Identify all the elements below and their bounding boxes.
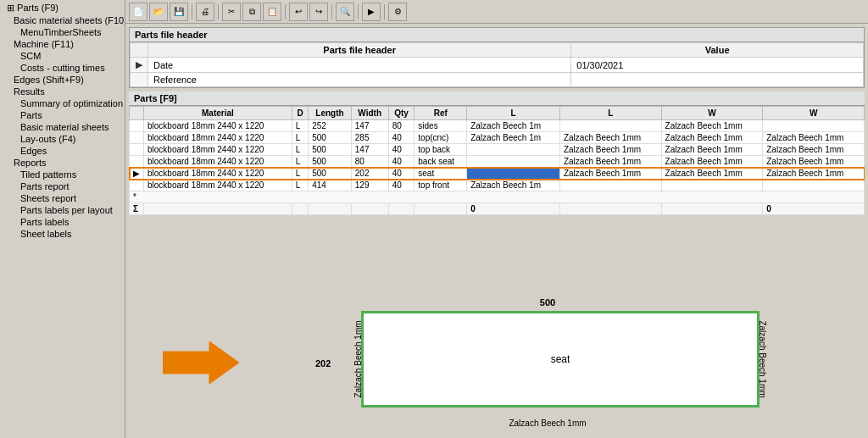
cell-width[interactable]: 202 [351, 168, 388, 180]
cell-l1[interactable] [467, 144, 560, 156]
table-row[interactable]: ▶ Date 01/30/2021 [131, 58, 864, 73]
save-button[interactable]: 💾 [170, 3, 188, 21]
cell-w1[interactable]: Zalzach Beech 1mm [661, 120, 763, 132]
cell-material[interactable]: blockboard 18mm 2440 x 1220 [144, 144, 292, 156]
sidebar-item-reports[interactable]: Reports [0, 157, 125, 169]
row-indicator[interactable] [130, 180, 144, 191]
cell-qty[interactable]: 40 [388, 132, 415, 144]
cell-d[interactable]: L [292, 120, 308, 132]
open-button[interactable]: 📂 [149, 3, 168, 21]
sidebar-item-edges[interactable]: Edges (Shift+F9) [0, 74, 125, 86]
cell-qty[interactable]: 40 [388, 180, 415, 191]
cell-l2[interactable] [559, 180, 661, 191]
copy-button[interactable]: ⧉ [242, 3, 261, 21]
cell-w1[interactable]: Zalzach Beech 1mm [661, 132, 763, 144]
sidebar-item-results[interactable]: Results [0, 86, 125, 97]
cell-w1[interactable]: Zalzach Beech 1mm [661, 156, 763, 168]
header-reference-value[interactable] [571, 73, 864, 87]
row-indicator[interactable]: ▶ [130, 168, 144, 180]
sidebar-item-edges-result[interactable]: Edges [0, 145, 125, 157]
sidebar-item-sheets-report[interactable]: Sheets report [0, 192, 125, 204]
row-indicator[interactable] [130, 132, 144, 144]
table-row[interactable]: blockboard 18mm 2440 x 1220L5008040back … [130, 156, 865, 168]
row-indicator[interactable] [130, 144, 144, 156]
sidebar-item-tiled[interactable]: Tiled patterns [0, 169, 125, 180]
sidebar-item-parts-labels[interactable]: Parts labels [0, 216, 125, 228]
cell-w2[interactable]: Zalzach Beech 1mm [763, 144, 865, 156]
cell-material[interactable]: blockboard 18mm 2440 x 1220 [144, 120, 292, 132]
cell-qty[interactable]: 80 [388, 120, 415, 132]
cell-d[interactable]: L [292, 132, 308, 144]
sidebar-item-scm[interactable]: SCM [0, 50, 125, 62]
sidebar-item-costs[interactable]: Costs - cutting times [0, 62, 125, 74]
cell-w1[interactable]: Zalzach Beech 1mm [661, 144, 763, 156]
table-row[interactable]: Reference [131, 73, 864, 87]
find-button[interactable]: 🔍 [336, 3, 354, 21]
sidebar-item-sheet-labels[interactable]: Sheet labels [0, 228, 125, 240]
redo-button[interactable]: ↪ [309, 3, 328, 21]
cell-ref[interactable]: top front [415, 180, 467, 191]
cell-l2[interactable]: Zalzach Beech 1mm [559, 132, 661, 144]
cell-l1[interactable]: Zalzach Beech 1m [467, 120, 560, 132]
cell-material[interactable]: blockboard 18mm 2440 x 1220 [144, 156, 292, 168]
cell-l1[interactable]: Zalzach Beech 1m [467, 180, 560, 191]
cell-material[interactable]: blockboard 18mm 2440 x 1220 [144, 180, 292, 191]
cell-length[interactable]: 500 [309, 144, 352, 156]
sidebar-item-parts-report[interactable]: Parts report [0, 180, 125, 192]
cell-width[interactable]: 147 [351, 144, 388, 156]
cell-l1[interactable] [467, 168, 560, 180]
cell-w2[interactable] [763, 120, 865, 132]
sidebar-item-layouts[interactable]: Lay-outs (F4) [0, 133, 125, 145]
cell-l2[interactable]: Zalzach Beech 1mm [559, 144, 661, 156]
table-row[interactable]: blockboard 18mm 2440 x 1220L50014740top … [130, 144, 865, 156]
cell-width[interactable]: 80 [351, 156, 388, 168]
run-button[interactable]: ▶ [362, 3, 381, 21]
new-row[interactable]: * [130, 191, 865, 203]
cell-w1[interactable] [661, 180, 763, 191]
cell-l2[interactable]: Zalzach Beech 1mm [559, 168, 661, 180]
cell-qty[interactable]: 40 [388, 156, 415, 168]
settings-button[interactable]: ⚙ [388, 3, 407, 21]
cell-ref[interactable]: seat [415, 168, 467, 180]
cell-width[interactable]: 285 [351, 132, 388, 144]
cell-d[interactable]: L [292, 144, 308, 156]
header-date-value[interactable]: 01/30/2021 [571, 58, 864, 73]
cell-length[interactable]: 500 [309, 168, 352, 180]
table-row[interactable]: blockboard 18mm 2440 x 1220L41412940top … [130, 180, 865, 191]
row-indicator[interactable] [130, 156, 144, 168]
cell-length[interactable]: 252 [309, 120, 352, 132]
cell-width[interactable]: 129 [351, 180, 388, 191]
cell-length[interactable]: 500 [309, 132, 352, 144]
cell-ref[interactable]: sides [415, 120, 467, 132]
cell-ref[interactable]: back seat [415, 156, 467, 168]
cell-qty[interactable]: 40 [388, 144, 415, 156]
sidebar-item-basic-sheets[interactable]: Basic material sheets [0, 121, 125, 133]
cell-w2[interactable] [763, 180, 865, 191]
cell-width[interactable]: 147 [351, 120, 388, 132]
paste-button[interactable]: 📋 [263, 3, 281, 21]
table-row[interactable]: blockboard 18mm 2440 x 1220L50028540top(… [130, 132, 865, 144]
sidebar-item-machine[interactable]: Machine (F11) [0, 38, 125, 50]
cell-w2[interactable]: Zalzach Beech 1mm [763, 132, 865, 144]
sidebar-item-summary[interactable]: Summary of optimization (F [0, 97, 125, 109]
cell-l2[interactable] [559, 120, 661, 132]
cell-l2[interactable]: Zalzach Beech 1mm [559, 156, 661, 168]
cell-material[interactable]: blockboard 18mm 2440 x 1220 [144, 168, 292, 180]
cell-l1[interactable] [467, 156, 560, 168]
cell-qty[interactable]: 40 [388, 168, 415, 180]
print-button[interactable]: 🖨 [196, 3, 214, 21]
sidebar-item-parts-result[interactable]: Parts [0, 109, 125, 121]
cell-material[interactable]: blockboard 18mm 2440 x 1220 [144, 132, 292, 144]
undo-button[interactable]: ↩ [289, 3, 308, 21]
table-row[interactable]: ▶blockboard 18mm 2440 x 1220L50020240sea… [130, 168, 865, 180]
cell-ref[interactable]: top(cnc) [415, 132, 467, 144]
cell-l1[interactable]: Zalzach Beech 1m [467, 132, 560, 144]
cell-w1[interactable]: Zalzach Beech 1mm [661, 168, 763, 180]
cell-length[interactable]: 414 [309, 180, 352, 191]
cell-length[interactable]: 500 [309, 156, 352, 168]
new-button[interactable]: 📄 [129, 3, 147, 21]
sidebar-item-parts[interactable]: ⊞ Parts (F9) [0, 2, 125, 14]
sidebar-item-basic-material[interactable]: Basic material sheets (F10) [0, 14, 125, 26]
parts-f9-table-wrap[interactable]: Material D Length Width Qty Ref L L W W [129, 106, 865, 277]
sidebar-item-menu-timber[interactable]: MenuTimberSheets [0, 26, 125, 38]
